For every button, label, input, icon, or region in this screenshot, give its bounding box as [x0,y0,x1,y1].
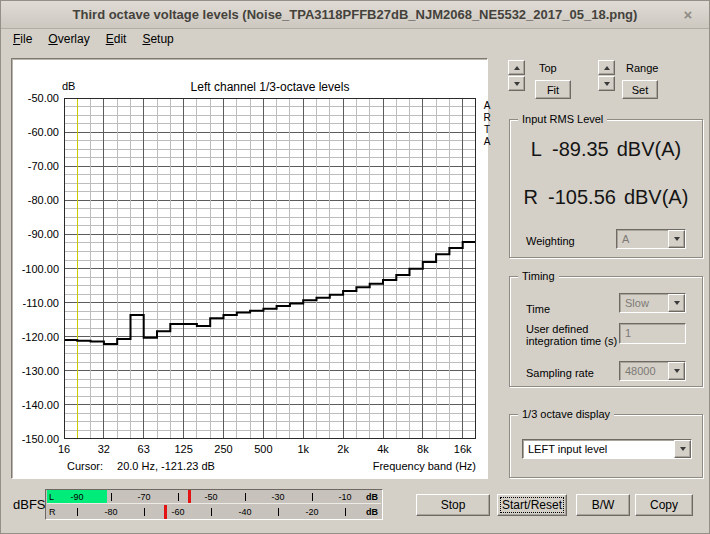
x-tick-label: 63 [138,443,150,455]
y-tick-label: -50.00 [12,92,59,104]
chevron-down-icon [674,237,680,241]
time-select[interactable]: Slow [619,293,686,313]
x-tick-label: 1k [297,443,309,455]
weighting-value: A [617,230,668,248]
meter-scale-label: -20 [305,507,318,517]
rms-right-unit: dBV(A) [624,186,688,208]
bw-button[interactable]: B/W [576,494,630,516]
chevron-down-icon [680,447,686,451]
timing-group: Timing Time Slow User defined integratio… [509,276,703,387]
plot-area[interactable] [64,98,476,439]
meter-peak-marker [188,490,191,503]
integration-label-line2: integration time (s) [526,335,617,347]
menu-overlay[interactable]: Overlay [42,31,95,47]
meter-scale-label: -60 [171,507,184,517]
dropdown-button[interactable] [668,362,685,380]
rms-left-channel: L [531,138,542,160]
dropdown-button[interactable] [668,230,685,248]
top-up-button[interactable] [508,60,525,75]
time-label: Time [526,303,550,315]
rms-right-channel: R [524,186,538,208]
input-rms-group: Input RMS Level L-89.35dBV(A) R-105.56dB… [509,119,703,258]
window-title: Third octave voltage levels (Noise_TPA31… [73,7,638,22]
meter-row-right: R-80-60-40-20dB [47,505,381,519]
chart-title: Left channel 1/3-octave levels [64,80,476,94]
meter-tick [77,508,78,516]
meter-scale-label: -70 [137,492,150,502]
time-value: Slow [620,294,668,312]
top-label: Top [539,62,557,74]
range-up-button[interactable] [598,60,615,75]
input-rms-group-label: Input RMS Level [518,113,607,125]
top-down-button[interactable] [508,76,525,91]
stop-button[interactable]: Stop [416,494,490,516]
meter-scale-label: -50 [204,492,217,502]
meter-tick [278,508,279,516]
x-tick-label: 16 [58,443,70,455]
down-arrow-icon [604,82,610,86]
app-window: Third octave voltage levels (Noise_TPA31… [0,0,710,534]
rms-left-unit: dBV(A) [617,138,681,160]
chevron-down-icon [674,301,680,305]
octave-display-group-label: 1/3 octave display [518,408,614,420]
sampling-rate-value: 48000 [620,362,668,380]
x-tick-label: 8k [417,443,429,455]
range-label: Range [626,62,658,74]
y-tick-label: -60.00 [12,126,59,138]
copy-button[interactable]: Copy [635,494,693,516]
meter-tick [312,493,313,501]
chart-panel: dB Left channel 1/3-octave levels -50.00… [11,58,488,479]
meter-channel-label: R [49,507,56,517]
integration-label-line1: User defined [526,323,588,335]
y-tick-label: -120.00 [12,331,59,343]
dropdown-button[interactable] [668,294,685,312]
weighting-label: Weighting [526,235,575,247]
meter-unit-label: dB [366,507,378,517]
title-bar[interactable]: Third octave voltage levels (Noise_TPA31… [1,1,709,29]
y-tick-label: -130.00 [12,365,59,377]
x-tick-label: 250 [214,443,232,455]
y-tick-label: -110.00 [12,297,59,309]
x-tick-label: 125 [174,443,192,455]
rms-left-value: -89.35 [552,138,609,160]
meter-scale-label: -40 [238,507,251,517]
meter-scale-label: -10 [338,492,351,502]
main-area: dB Left channel 1/3-octave levels -50.00… [1,48,709,534]
octave-display-select[interactable]: LEFT input level [522,439,692,459]
meter-tick [111,493,112,501]
up-arrow-icon [514,66,520,70]
close-icon[interactable]: × [679,6,697,24]
sampling-rate-select[interactable]: 48000 [619,361,686,381]
menu-edit[interactable]: Edit [100,31,133,47]
meter-channel-label: L [49,492,54,502]
rms-right-readout: R-105.56dBV(A) [510,186,702,209]
y-tick-label: -100.00 [12,263,59,275]
rms-left-readout: L-89.35dBV(A) [510,138,702,161]
start-reset-button[interactable]: Start/Reset [497,494,567,516]
rms-right-value: -105.56 [548,186,616,208]
fit-button[interactable]: Fit [535,80,571,99]
meter-tick [178,493,179,501]
y-tick-label: -80.00 [12,194,59,206]
y-tick-label: -70.00 [12,160,59,172]
dropdown-button[interactable] [674,440,691,458]
meter-peak-marker [164,505,167,519]
integration-time-field[interactable]: 1 [619,323,686,344]
octave-display-value: LEFT input level [523,440,674,458]
set-button[interactable]: Set [622,80,658,99]
meter-tick [245,493,246,501]
dbfs-label: dBFS [13,497,46,512]
timing-group-label: Timing [518,270,559,282]
menu-setup[interactable]: Setup [136,31,179,47]
range-down-button[interactable] [598,76,615,91]
x-tick-label: 2k [337,443,349,455]
meter-unit-label: dB [366,492,378,502]
menu-file[interactable]: File [7,31,38,47]
x-tick-label: 32 [98,443,110,455]
meter-scale-label: -80 [104,507,117,517]
meter-tick [144,508,145,516]
chevron-down-icon [674,369,680,373]
weighting-select[interactable]: A [616,229,686,249]
meter-tick [211,508,212,516]
x-tick-label: 16k [454,443,472,455]
